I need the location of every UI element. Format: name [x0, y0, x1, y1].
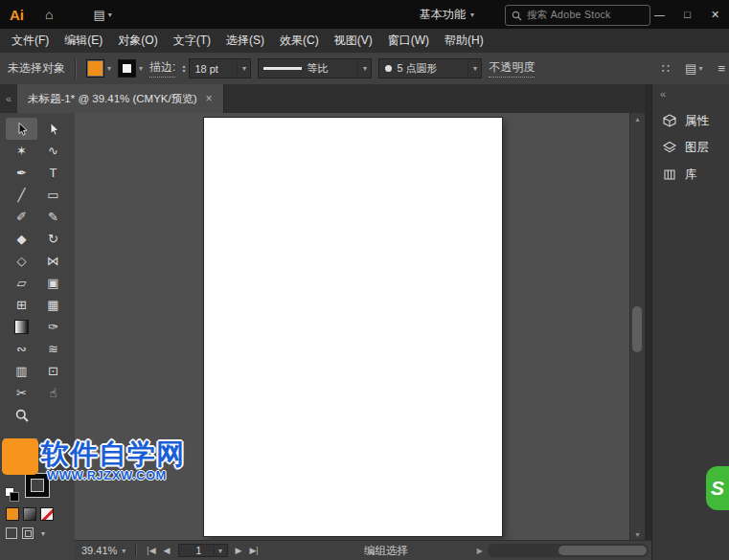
hand-icon: ☝: [50, 386, 57, 400]
draw-behind-icon[interactable]: [22, 527, 34, 539]
lasso-tool[interactable]: ∿: [37, 140, 69, 162]
artboard-tool[interactable]: ⊡: [37, 360, 69, 382]
toolbar-collapse-button[interactable]: «: [0, 84, 17, 113]
menu-object[interactable]: 对象(O): [110, 29, 165, 53]
color-mode-buttons: [6, 507, 54, 521]
control-panel-menu-icon[interactable]: ≡: [718, 61, 725, 76]
workspace-switcher[interactable]: 基本功能: [420, 0, 474, 29]
artboard-number-dropdown[interactable]: 1: [178, 544, 228, 557]
type-tool[interactable]: T: [37, 162, 69, 184]
free-transform-icon: ▱: [17, 276, 27, 290]
rectangle-tool[interactable]: ▭: [37, 184, 69, 206]
eraser-tool[interactable]: ◆: [6, 228, 37, 250]
home-icon[interactable]: ⌂: [45, 7, 53, 22]
hand-tool[interactable]: ☝: [37, 382, 69, 404]
vertical-scrollbar[interactable]: [629, 113, 645, 541]
pencil-icon: ✎: [48, 210, 58, 224]
color-button[interactable]: [6, 507, 19, 521]
panel-label: 属性: [685, 113, 709, 129]
zoom-tool[interactable]: [6, 404, 37, 426]
artboard[interactable]: [204, 118, 502, 536]
slice-tool[interactable]: ✂: [6, 382, 37, 404]
stroke-weight-stepper[interactable]: [182, 64, 185, 74]
minimize-button[interactable]: —: [646, 0, 673, 29]
menu-help[interactable]: 帮助(H): [437, 29, 491, 53]
stroke-weight-combo[interactable]: 18 pt: [189, 58, 251, 78]
menu-select[interactable]: 选择(S): [218, 29, 272, 53]
last-artboard-button[interactable]: ▶|: [249, 546, 258, 555]
none-button[interactable]: [40, 507, 54, 521]
menu-effect[interactable]: 效果(C): [272, 29, 327, 53]
pencil-tool[interactable]: ✎: [37, 206, 69, 228]
width-tool[interactable]: ⋈: [37, 250, 69, 272]
document-tab[interactable]: 未标题-1* @ 39.41% (CMYK/预览) ×: [17, 84, 224, 113]
scroll-up-icon[interactable]: [630, 116, 645, 123]
fill-color-dropdown[interactable]: [86, 59, 111, 78]
canvas[interactable]: [75, 113, 645, 541]
scale-tool[interactable]: ◇: [6, 250, 37, 272]
rotate-tool[interactable]: ↻: [37, 228, 69, 250]
perspective-grid-tool[interactable]: ⊞: [6, 294, 37, 316]
gradient-button[interactable]: [23, 507, 36, 521]
layout-grid-icon: ▤: [93, 8, 104, 22]
brush-value: 5 点圆形: [397, 61, 463, 76]
opacity-panel-link[interactable]: 不透明度: [489, 59, 535, 78]
dock-expand-button[interactable]: «: [660, 88, 666, 100]
fill-swatch[interactable]: [5, 439, 36, 471]
grid-dots-icon[interactable]: ∷: [662, 61, 670, 76]
previous-artboard-button[interactable]: ◀: [164, 546, 171, 555]
magic-wand-tool[interactable]: ✶: [6, 140, 37, 162]
direct-selection-tool[interactable]: [37, 118, 69, 140]
mesh-tool[interactable]: ▦: [37, 294, 69, 316]
panel-tab-layers[interactable]: 图层: [652, 134, 729, 161]
menu-file[interactable]: 文件(F): [4, 29, 57, 53]
draw-normal-icon[interactable]: [6, 527, 17, 539]
adobe-stock-search-input[interactable]: 搜索 Adobe Stock: [505, 5, 650, 26]
drawing-mode-caret-icon[interactable]: [41, 529, 45, 538]
zoom-level-dropdown[interactable]: 39.41%: [81, 545, 125, 556]
pen-tool[interactable]: ✒: [6, 162, 37, 184]
first-artboard-button[interactable]: |◀: [147, 546, 155, 555]
line-segment-tool[interactable]: ╱: [6, 184, 37, 206]
dock-gap: [645, 84, 651, 560]
tab-close-icon[interactable]: ×: [206, 92, 213, 105]
width-profile-dropdown[interactable]: 等比: [258, 58, 372, 78]
scroll-right-icon[interactable]: ▶: [477, 547, 483, 555]
selection-tool[interactable]: [6, 118, 37, 140]
dock-panel-button[interactable]: ▤: [685, 61, 702, 76]
panel-tab-properties[interactable]: 属性: [652, 107, 729, 134]
menu-view[interactable]: 视图(V): [327, 29, 380, 53]
paintbrush-tool[interactable]: ✐: [6, 206, 37, 228]
fill-color-swatch: [86, 59, 104, 78]
menu-edit[interactable]: 编辑(E): [57, 29, 110, 53]
shape-builder-tool[interactable]: ▣: [37, 272, 69, 294]
symbol-sprayer-tool[interactable]: ≋: [37, 338, 69, 360]
horizontal-scrollbar[interactable]: [488, 544, 649, 557]
horizontal-scroll-thumb[interactable]: [558, 546, 647, 555]
default-fill-stroke-button[interactable]: [5, 487, 20, 501]
panel-tab-libraries[interactable]: 库: [652, 161, 729, 188]
blend-tool[interactable]: ∾: [6, 338, 37, 360]
menu-type[interactable]: 文字(T): [166, 29, 218, 53]
vertical-scroll-thumb[interactable]: [632, 306, 642, 352]
eyedropper-tool[interactable]: ✑: [37, 316, 69, 338]
scroll-down-icon[interactable]: [630, 531, 645, 538]
stroke-panel-link[interactable]: 描边:: [149, 59, 175, 78]
column-graph-tool[interactable]: ▥: [6, 360, 37, 382]
control-bar-right: ∷ ▤ ≡: [662, 61, 725, 76]
arrange-documents-button[interactable]: ▤: [93, 8, 111, 22]
maximize-button[interactable]: □: [673, 0, 701, 29]
divider: [75, 59, 77, 78]
close-button[interactable]: ✕: [701, 0, 729, 29]
brush-dropdown[interactable]: 5 点圆形: [378, 58, 482, 78]
column-graph-icon: ▥: [15, 364, 27, 378]
stroke-color-dropdown[interactable]: [118, 59, 143, 78]
free-transform-tool[interactable]: ▱: [6, 272, 37, 294]
illustrator-window: Ai ⌂ ▤ 基本功能 搜索 Adobe Stock — □ ✕ 文件(F) 编…: [0, 0, 729, 560]
eraser-icon: ◆: [17, 232, 27, 246]
stroke-swatch[interactable]: [26, 474, 49, 497]
gradient-tool[interactable]: [6, 316, 37, 338]
width-profile-value: 等比: [307, 61, 353, 76]
menu-window[interactable]: 窗口(W): [380, 29, 437, 53]
next-artboard-button[interactable]: ▶: [236, 546, 242, 555]
